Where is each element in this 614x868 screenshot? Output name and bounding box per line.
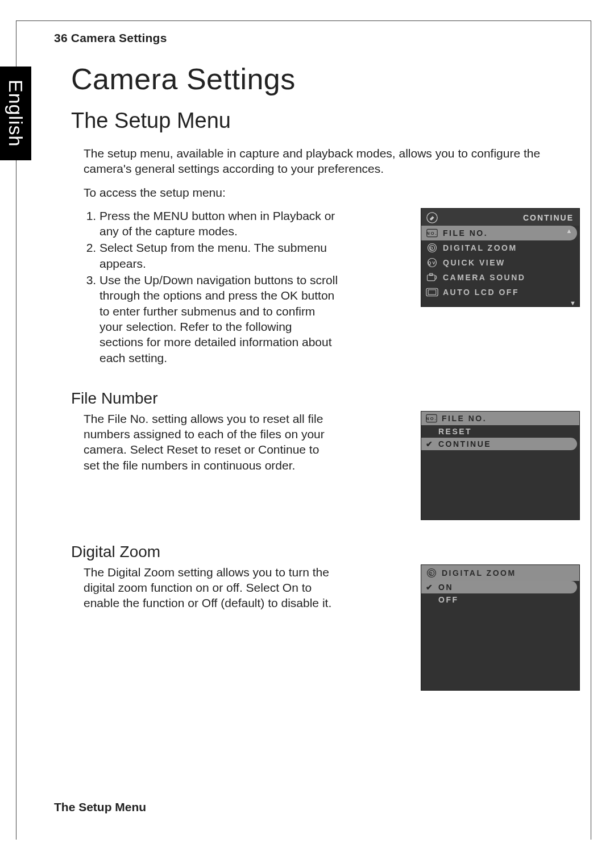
steps-column: Press the MENU button when in Playback o… [54, 208, 338, 379]
menu-header-value: CONTINUE [523, 213, 574, 222]
step-item: Use the Up/Down navigation buttons to sc… [99, 272, 338, 366]
step-item: Press the MENU button when in Playback o… [99, 208, 338, 239]
file-number-heading: File Number [71, 389, 580, 408]
digital-zoom-menu-title: D DIGITAL ZOOM [421, 565, 579, 581]
file-number-text: The File No. setting allows you to reset… [54, 411, 338, 481]
setup-menu-item-label: CAMERA SOUND [443, 273, 525, 282]
svg-text:QV: QV [428, 260, 436, 265]
digital-zoom-heading: Digital Zoom [71, 543, 580, 561]
digital-zoom-icon: D [426, 567, 437, 579]
setup-menu-item[interactable]: QVQUICK VIEW [421, 255, 579, 270]
setup-menu-screen: CONTINUE NO.FILE NO.▲DDIGITAL ZOOMQVQUIC… [421, 208, 580, 307]
check-icon: ✔ [426, 583, 434, 592]
no-icon: NO. [426, 414, 437, 423]
setup-menu-item-label: AUTO LCD OFF [443, 288, 519, 297]
page-title: Camera Settings [71, 62, 580, 96]
digital-zoom-figure: D DIGITAL ZOOM ✔ONOFF [421, 564, 580, 691]
digital-zoom-menu-title-label: DIGITAL ZOOM [442, 568, 516, 578]
content-area: 36 Camera Settings Camera Settings The S… [54, 31, 580, 828]
digital-zoom-text: The Digital Zoom setting allows you to t… [54, 564, 338, 619]
svg-rect-11 [428, 290, 436, 294]
page-header: 36 Camera Settings [54, 31, 580, 45]
svg-text:NO.: NO. [426, 416, 437, 421]
page-root: English 36 Camera Settings Camera Settin… [0, 0, 614, 868]
lcd-off-icon [426, 286, 438, 298]
svg-rect-8 [428, 275, 435, 281]
svg-text:D: D [430, 246, 434, 250]
setup-menu-item[interactable]: AUTO LCD OFF [421, 285, 579, 300]
wrench-icon [426, 211, 438, 224]
digital-zoom-row: The Digital Zoom setting allows you to t… [54, 564, 580, 691]
language-tab: English [0, 67, 31, 160]
menu3-option-label: OFF [438, 595, 459, 604]
setup-menu-header: CONTINUE [421, 209, 579, 226]
setup-menu-item[interactable]: NO.FILE NO.▲ [421, 226, 577, 240]
language-tab-label: English [5, 80, 27, 147]
file-no-menu-screen: NO. FILE NO. RESET✔CONTINUE [421, 411, 580, 520]
setup-menu-item[interactable]: CAMERA SOUND [421, 270, 579, 285]
page-footer: The Setup Menu [54, 800, 146, 814]
digital-zoom-body: The Digital Zoom setting allows you to t… [84, 564, 338, 611]
quick-view-icon: QV [426, 257, 438, 268]
file-no-menu-title-label: FILE NO. [442, 414, 487, 423]
section-heading: The Setup Menu [71, 109, 580, 133]
setup-menu-item-label: QUICK VIEW [443, 258, 505, 267]
menu2-option-label: RESET [438, 427, 472, 436]
check-icon: ✔ [426, 439, 434, 448]
camera-sound-icon [426, 272, 438, 283]
step-item: Select Setup from the menu. The submenu … [99, 240, 338, 271]
scroll-up-arrow: ▲ [566, 227, 574, 234]
file-no-menu-title: NO. FILE NO. [421, 412, 579, 425]
svg-text:NO.: NO. [426, 231, 438, 236]
scroll-down-arrow: ▼ [421, 300, 579, 306]
menu2-option[interactable]: ✔CONTINUE [421, 438, 577, 450]
steps-list: Press the MENU button when in Playback o… [84, 208, 338, 366]
setup-menu-item-label: DIGITAL ZOOM [443, 243, 517, 252]
file-number-row: The File No. setting allows you to reset… [54, 411, 580, 520]
svg-text:D: D [430, 571, 434, 575]
setup-menu-figure: CONTINUE NO.FILE NO.▲DDIGITAL ZOOMQVQUIC… [421, 208, 580, 307]
digital-zoom-icon: D [426, 242, 438, 254]
file-number-body: The File No. setting allows you to reset… [84, 411, 338, 473]
steps-and-menu-row: Press the MENU button when in Playback o… [54, 208, 580, 379]
no-icon: NO. [426, 227, 438, 239]
setup-menu-item-label: FILE NO. [443, 229, 488, 238]
svg-rect-9 [430, 273, 433, 275]
file-number-figure: NO. FILE NO. RESET✔CONTINUE [421, 411, 580, 520]
menu2-option-label: CONTINUE [438, 439, 491, 448]
menu3-option[interactable]: ✔ON [421, 581, 577, 593]
setup-menu-item[interactable]: DDIGITAL ZOOM [421, 240, 579, 255]
menu2-option[interactable]: RESET [421, 425, 579, 438]
digital-zoom-menu-screen: D DIGITAL ZOOM ✔ONOFF [421, 564, 580, 691]
menu3-option-label: ON [438, 583, 453, 592]
intro-paragraph: The setup menu, available in capture and… [84, 146, 555, 177]
access-line: To access the setup menu: [84, 185, 555, 200]
menu3-option[interactable]: OFF [421, 593, 579, 606]
